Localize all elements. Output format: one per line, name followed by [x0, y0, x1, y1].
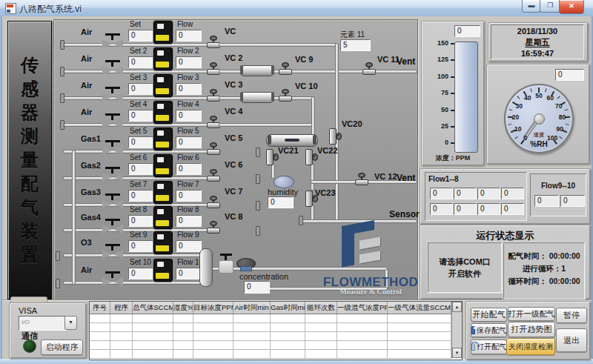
table-row[interactable]: [90, 350, 451, 359]
table-cell[interactable]: [337, 323, 388, 332]
table-cell[interactable]: [110, 350, 133, 359]
table-cell[interactable]: [388, 341, 451, 350]
table-cell[interactable]: [193, 341, 233, 350]
table-cell[interactable]: [337, 332, 388, 341]
table-scrollbar[interactable]: ▲ ▼: [451, 302, 462, 358]
table-cell[interactable]: [193, 350, 233, 359]
table-cell[interactable]: [90, 314, 110, 323]
manual-valve-icon[interactable]: [102, 167, 124, 182]
table-cell[interactable]: [173, 314, 193, 323]
table-cell[interactable]: [193, 332, 233, 341]
set-input[interactable]: 0: [128, 136, 154, 148]
table-row[interactable]: [90, 323, 451, 332]
table-cell[interactable]: [305, 341, 337, 350]
table-row[interactable]: [90, 314, 451, 323]
table-cell[interactable]: [110, 341, 133, 350]
table-cell[interactable]: [90, 323, 110, 332]
table-cell[interactable]: [173, 332, 193, 341]
table-cell[interactable]: [110, 332, 133, 341]
vc11-valve-icon[interactable]: [362, 62, 376, 75]
manual-valve-icon[interactable]: [102, 140, 124, 155]
vc9-valve-icon[interactable]: [279, 62, 292, 75]
table-cell[interactable]: [110, 323, 133, 332]
table-row[interactable]: [90, 332, 451, 341]
vc20-valve-icon[interactable]: [329, 127, 342, 145]
table-cell[interactable]: [110, 314, 133, 323]
table-cell[interactable]: [337, 314, 388, 323]
save-gas-button[interactable]: 保存配气: [471, 323, 507, 337]
vc22-valve-icon[interactable]: [305, 148, 318, 165]
table-cell[interactable]: [133, 323, 173, 332]
open-gas-button[interactable]: 打开配气: [471, 340, 507, 354]
table-cell[interactable]: [133, 341, 173, 350]
scroll-down-icon[interactable]: ▼: [452, 348, 462, 358]
start-program-button[interactable]: 启动程序: [41, 340, 83, 355]
element11-input[interactable]: 5: [340, 39, 371, 51]
maximize-button[interactable]: ❒: [540, 0, 560, 13]
table-cell[interactable]: [305, 350, 337, 359]
manual-valve-icon[interactable]: [102, 244, 124, 259]
table-cell[interactable]: [90, 332, 110, 341]
table-cell[interactable]: [173, 323, 193, 332]
set-input[interactable]: 0: [128, 110, 154, 122]
set-input[interactable]: 0: [128, 240, 154, 252]
table-cell[interactable]: [271, 332, 305, 341]
table-cell[interactable]: [233, 314, 271, 323]
table-cell[interactable]: [388, 350, 451, 359]
exit-button[interactable]: 退出: [556, 328, 587, 352]
table-cell[interactable]: [133, 314, 173, 323]
combo-dropdown-icon[interactable]: ▼: [64, 316, 77, 330]
sidebar-char: 装: [21, 219, 39, 243]
table-cell[interactable]: [133, 350, 173, 359]
table-row[interactable]: [90, 341, 451, 350]
start-gas-button[interactable]: 开始配气: [471, 308, 507, 322]
table-cell[interactable]: [271, 341, 305, 350]
table-cell[interactable]: [90, 350, 110, 359]
table-cell[interactable]: [173, 350, 193, 359]
visa-resource-combo[interactable]: I/O: [19, 316, 67, 331]
pause-button[interactable]: 暂停: [556, 308, 587, 323]
vc12-valve-icon[interactable]: [355, 173, 368, 185]
open-trend-button[interactable]: 打开趋势图: [508, 322, 555, 337]
table-cell[interactable]: [388, 332, 451, 341]
scroll-up-icon[interactable]: ▲: [452, 302, 462, 312]
vc21-valve-icon[interactable]: [266, 148, 279, 165]
set-input[interactable]: 0: [128, 30, 154, 42]
table-cell[interactable]: [271, 314, 305, 323]
vc10-valve-icon[interactable]: [279, 89, 292, 102]
manual-valve-icon[interactable]: [102, 271, 124, 286]
set-input[interactable]: 0: [128, 56, 154, 68]
table-cell[interactable]: [233, 323, 271, 332]
table-cell[interactable]: [271, 323, 305, 332]
table-cell[interactable]: [133, 332, 173, 341]
table-cell[interactable]: [173, 341, 193, 350]
manual-valve-icon[interactable]: [102, 113, 124, 128]
table-cell[interactable]: [233, 350, 271, 359]
table-cell[interactable]: [388, 323, 451, 332]
table-cell[interactable]: [305, 314, 337, 323]
set-input[interactable]: 0: [128, 268, 154, 279]
minimize-button[interactable]: ▬: [522, 0, 541, 13]
set-input[interactable]: 0: [128, 215, 154, 227]
table-cell[interactable]: [337, 341, 388, 350]
table-cell[interactable]: [193, 323, 233, 332]
table-cell[interactable]: [305, 332, 337, 341]
set-input[interactable]: 0: [128, 83, 154, 95]
outlet-valve-icon[interactable]: [219, 260, 233, 274]
manual-valve-icon[interactable]: [102, 87, 124, 102]
close-humidity-detect-button[interactable]: 关闭湿度检测: [506, 338, 555, 355]
table-cell[interactable]: [337, 350, 388, 359]
table-cell[interactable]: [90, 341, 110, 350]
table-cell[interactable]: [193, 314, 233, 323]
table-cell[interactable]: [233, 341, 271, 350]
set-input[interactable]: 0: [128, 163, 154, 175]
set-input[interactable]: 0: [128, 190, 154, 202]
table-cell[interactable]: [271, 350, 305, 359]
table-cell[interactable]: [233, 332, 271, 341]
manual-valve-icon[interactable]: [102, 33, 124, 48]
close-button[interactable]: ✕: [559, 0, 584, 14]
manual-valve-icon[interactable]: [102, 60, 124, 75]
table-cell[interactable]: [388, 314, 451, 323]
open-primary-gas-button[interactable]: 打开一级配气: [508, 307, 555, 321]
table-cell[interactable]: [305, 323, 337, 332]
